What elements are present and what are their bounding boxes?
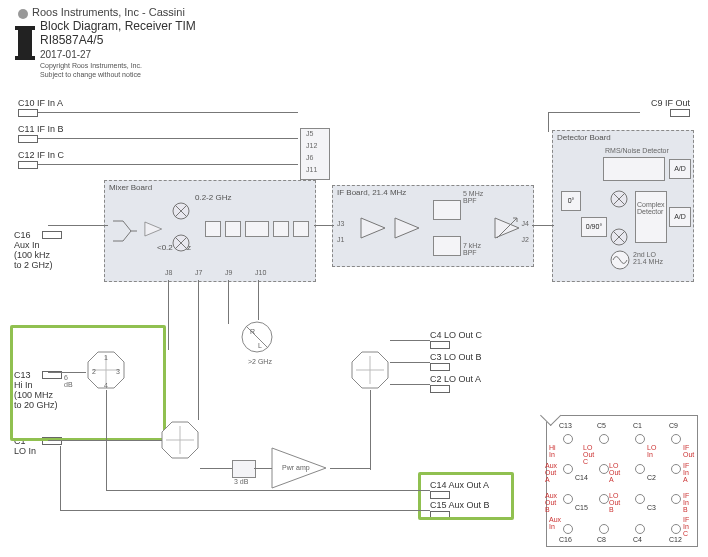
port-c3: C3 LO Out B	[430, 352, 482, 371]
rl-freq: >2 GHz	[248, 358, 272, 365]
phase-90: 0/90°	[581, 217, 607, 237]
port-c12-box	[18, 161, 38, 169]
wire-mixer-j7	[198, 280, 199, 420]
cm-top-0: C13	[559, 422, 572, 429]
wire-aux-b	[60, 510, 430, 511]
wire-c9a	[548, 112, 640, 113]
cm-r2-2: LO Out A	[609, 462, 620, 483]
mixer-stage-2	[225, 221, 241, 237]
diagram-title: Block Diagram, Receiver TIM	[40, 19, 196, 33]
copyright-1: Copyright Roos Instruments, Inc.	[40, 62, 196, 70]
mixer-title: Mixer Board	[109, 183, 152, 192]
complex-det-label: Complex Detector	[637, 201, 665, 215]
port-c10: C10 IF In A	[18, 98, 63, 117]
port-c2: C2 LO Out A	[430, 374, 481, 393]
wire-mixer-j8	[168, 280, 169, 350]
if-j4: J4	[522, 220, 529, 227]
mixer-hi-freq: 0.2-2 GHz	[195, 193, 231, 202]
wire-mixer-j9	[228, 280, 229, 324]
cm-bot-2: C4	[633, 536, 642, 543]
cm-r3-0: Aux Out B	[545, 492, 557, 513]
cm-bot-1: C8	[597, 536, 606, 543]
wire-c9b	[548, 112, 549, 132]
wire-att-to-amp	[254, 468, 272, 469]
wire-lo-c3	[390, 362, 430, 363]
port-c2-box	[430, 385, 450, 393]
logo-icon	[18, 28, 32, 58]
port-c16-box	[42, 231, 62, 239]
svg-marker-8	[361, 218, 385, 238]
splitter-lo-in	[160, 420, 200, 460]
wire-amp-out	[330, 468, 370, 469]
wire-c16-to-mixer	[48, 225, 108, 226]
connector-map: C13 C5 C1 C9 C16 C8 C4 C12 Hi In LO Out …	[546, 415, 698, 547]
svg-marker-9	[395, 218, 419, 238]
splitter-lo-out	[350, 350, 390, 390]
wire-aux-b-v	[60, 446, 61, 510]
title-block: Roos Instruments, Inc - Cassini Block Di…	[18, 6, 196, 79]
port-c2-label: C2 LO Out A	[430, 374, 481, 384]
rl-l: L	[258, 342, 262, 349]
complex-det-block	[635, 191, 667, 243]
wire-ifb-to-det	[532, 225, 554, 226]
cm-bot-0: C16	[559, 536, 572, 543]
j10: J10	[255, 269, 266, 276]
port-c3-label: C3 LO Out B	[430, 352, 482, 362]
det-mixer-q	[609, 227, 629, 247]
port-c9: C9 IF Out	[651, 98, 690, 117]
mixer-stage-1	[205, 221, 221, 237]
port-c16: C16 Aux In (100 kHz to 2 GHz)	[14, 230, 53, 270]
j7: J7	[195, 269, 202, 276]
atten-3db	[232, 460, 256, 478]
port-c10-label: C10 IF In A	[18, 98, 63, 108]
bpf-7khz-label: 7 kHz BPF	[463, 242, 481, 256]
wire-mixer-to-ifb	[314, 225, 334, 226]
wire-c10	[38, 112, 298, 113]
cm-r1-1: LO Out C	[583, 444, 594, 465]
cm-r4-1: IF In C	[683, 516, 689, 537]
wire-mixer-j10	[258, 280, 259, 320]
copyright-2: Subject to change without notice	[40, 71, 196, 79]
port-c4: C4 LO Out C	[430, 330, 482, 349]
port-c9-box	[670, 109, 690, 117]
svg-marker-7	[145, 222, 162, 236]
mixer-stage-4	[273, 221, 289, 237]
if-j2: J2	[522, 236, 529, 243]
second-lo-icon	[609, 249, 631, 271]
rms-label: RMS/Noise Detector	[605, 147, 669, 154]
atten-3db-label: 3 dB	[234, 478, 248, 485]
rl-r: R	[250, 328, 255, 335]
aux-out-highlight	[418, 472, 514, 520]
j8: J8	[165, 269, 172, 276]
mixer-lo-icon	[171, 233, 191, 253]
if-amp2-icon	[393, 216, 423, 240]
s-num-4a: 4	[104, 382, 108, 389]
port-c4-label: C4 LO Out C	[430, 330, 482, 340]
rl-coupler-icon	[240, 320, 274, 354]
if-board: IF Board, 21.4 MHz 5 MHz BPF 7 kHz BPF J…	[332, 185, 534, 267]
wire-aux-a	[106, 490, 430, 491]
if-title: IF Board, 21.4 MHz	[337, 188, 406, 197]
if-varamp-icon	[493, 216, 523, 240]
mixer-stage-3	[245, 221, 269, 237]
mixer-stage-5	[293, 221, 309, 237]
j6: J6	[306, 154, 313, 161]
cm-r1-3: IF Out	[683, 444, 694, 458]
port-c12: C12 IF In C	[18, 150, 64, 169]
wire-c11	[38, 138, 298, 139]
port-c11: C11 IF In B	[18, 124, 64, 143]
bpf-5mhz	[433, 200, 461, 220]
port-c12-label: C12 IF In C	[18, 150, 64, 160]
cm-r3-3: C3	[647, 504, 656, 511]
bpf-5mhz-label: 5 MHz BPF	[463, 190, 483, 204]
cm-r2-1: C14	[575, 474, 588, 481]
adc-2: A/D	[669, 207, 691, 227]
s-num-1a: 1	[104, 354, 108, 361]
wire-c1-in	[48, 440, 162, 441]
port-c3-box	[430, 363, 450, 371]
wire-lo-c2	[390, 384, 430, 385]
cm-top-3: C9	[669, 422, 678, 429]
s-num-3a: 3	[116, 368, 120, 375]
wire-aux-a-v	[106, 390, 107, 490]
cm-top-1: C5	[597, 422, 606, 429]
